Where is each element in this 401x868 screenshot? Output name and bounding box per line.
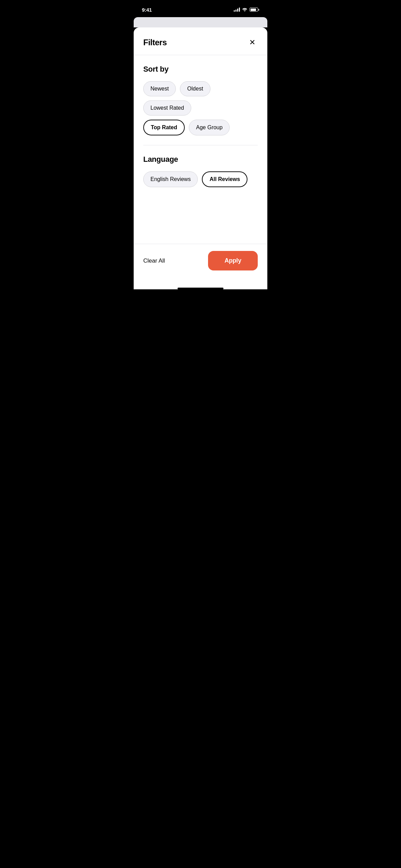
language-title: Language [143, 155, 258, 164]
wifi-icon [242, 7, 247, 12]
status-icons [234, 7, 259, 12]
status-bar: 9:41 [134, 0, 267, 17]
section-divider [143, 145, 258, 145]
sort-by-section: Sort by Newest Oldest Lowest Rated Top R… [143, 65, 258, 135]
chip-all-reviews[interactable]: All Reviews [202, 171, 247, 187]
home-indicator [178, 288, 223, 289]
close-button[interactable]: ✕ [247, 37, 258, 48]
battery-icon [250, 8, 259, 12]
phone-container: 9:41 Filters [134, 0, 267, 289]
sheet-content: Sort by Newest Oldest Lowest Rated Top R… [134, 55, 267, 244]
status-time: 9:41 [142, 7, 152, 13]
close-icon: ✕ [249, 39, 255, 46]
chip-oldest[interactable]: Oldest [180, 81, 210, 96]
chip-age-group[interactable]: Age Group [189, 120, 230, 135]
sort-by-chips-row-1: Newest Oldest Lowest Rated [143, 81, 258, 116]
chip-lowest-rated[interactable]: Lowest Rated [143, 100, 191, 116]
chip-newest[interactable]: Newest [143, 81, 176, 96]
apply-button[interactable]: Apply [208, 251, 258, 270]
clear-all-button[interactable]: Clear All [143, 255, 165, 267]
background-peek [134, 17, 267, 27]
language-section: Language English Reviews All Reviews [143, 155, 258, 187]
filter-sheet: Filters ✕ Sort by Newest Oldest Lowest [134, 27, 267, 289]
chip-top-rated[interactable]: Top Rated [143, 120, 185, 135]
sort-by-title: Sort by [143, 65, 258, 74]
sheet-footer: Clear All Apply [134, 244, 267, 284]
sheet-header: Filters ✕ [134, 27, 267, 55]
chip-english-reviews[interactable]: English Reviews [143, 171, 198, 187]
language-chips-row: English Reviews All Reviews [143, 171, 258, 187]
sort-by-chips-row-2: Top Rated Age Group [143, 120, 258, 135]
signal-icon [234, 8, 240, 12]
sheet-title: Filters [143, 38, 167, 47]
